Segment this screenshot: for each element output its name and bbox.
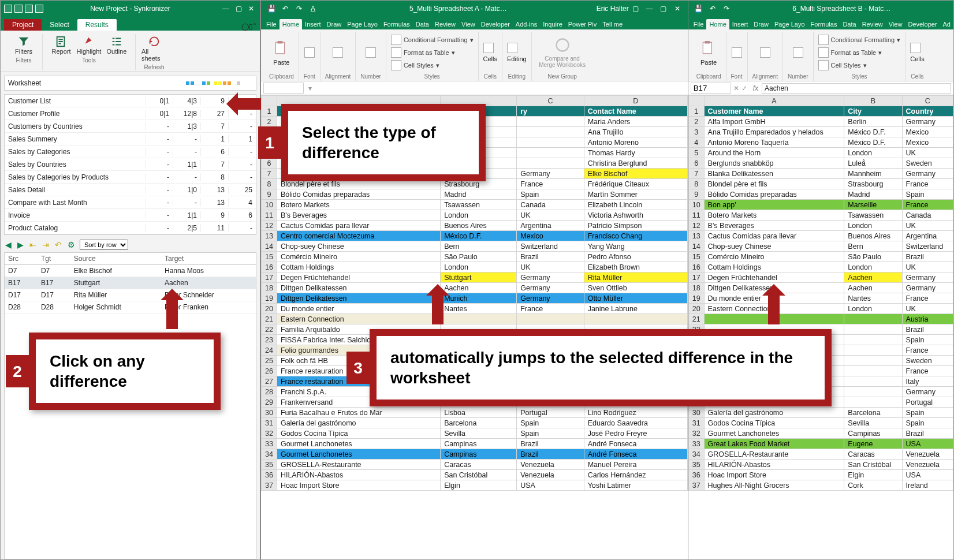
collapse-ribbon-icon[interactable]: ˄ (253, 23, 256, 31)
undo-icon[interactable]: ↶ (707, 3, 718, 14)
menu-inquire[interactable]: Inquire (540, 19, 565, 29)
namebox-a[interactable] (263, 83, 304, 94)
menu-formulas[interactable]: Formulas (381, 19, 413, 29)
transfer-left-icon[interactable]: ⇤ (28, 240, 38, 249)
worksheet-row[interactable]: Sales Summery--11 (5, 133, 256, 145)
prev-diff-icon[interactable]: ◀ (4, 240, 13, 249)
format-as-table-button[interactable]: Format as Table ▾ (818, 47, 882, 58)
menu-insert[interactable]: Insert (302, 19, 324, 29)
cells-group-icon[interactable] (910, 43, 921, 53)
worksheet-row[interactable]: Sales by Categories--6- (5, 145, 256, 158)
all-sheets-button[interactable]: All sheets (140, 34, 168, 63)
worksheet-row[interactable]: Sales by Countries-1|17- (5, 158, 256, 171)
formula-input-b[interactable]: Aachen (762, 83, 951, 94)
diff-row[interactable]: B17B17StuttgartAachen (5, 277, 256, 289)
layout-icon-3[interactable] (35, 5, 43, 13)
namebox-dropdown-icon[interactable]: ▾ (306, 84, 314, 92)
close-icon[interactable]: ✕ (672, 3, 683, 14)
transfer-right-icon[interactable]: ⇥ (41, 240, 50, 249)
panel-icon[interactable]: ▯ (249, 23, 253, 31)
fx-icon[interactable]: fx (750, 84, 762, 92)
font-group-icon[interactable] (732, 47, 742, 58)
number-group-icon[interactable] (793, 47, 803, 58)
editing-group-icon[interactable] (507, 43, 517, 53)
menu-ad[interactable]: Ad (940, 19, 953, 29)
save-icon[interactable]: 💾 (266, 3, 277, 14)
paste-button[interactable] (700, 39, 716, 57)
worksheet-row[interactable]: Sales by Categories by Products--8- (5, 171, 256, 184)
menu-data[interactable]: Data (840, 19, 859, 29)
sort-select[interactable]: Sort by row (80, 240, 128, 250)
menu-insert[interactable]: Insert (729, 19, 751, 29)
cancel-icon[interactable]: ✕ (733, 84, 739, 92)
undo-icon[interactable]: ↶ (280, 3, 290, 14)
menu-developer[interactable]: Developer (478, 19, 513, 29)
menu-add-ins[interactable]: Add-ins (513, 19, 540, 29)
worksheet-list[interactable]: Customer List0|14|39-Customer Profile0|1… (4, 94, 256, 235)
minimize-icon[interactable]: — (644, 3, 655, 14)
menu-developer[interactable]: Developer (905, 19, 940, 29)
window-restore-icon[interactable]: ▢ (631, 3, 641, 14)
menu-data[interactable]: Data (413, 19, 432, 29)
menu-file[interactable]: File (263, 19, 280, 29)
font-color-icon[interactable]: A (308, 3, 318, 14)
paste-button[interactable] (273, 39, 288, 57)
menu-view[interactable]: View (459, 19, 478, 29)
worksheet-row[interactable]: Customers by Countries-1|37- (5, 120, 256, 133)
format-as-table-button[interactable]: Format as Table ▾ (391, 47, 455, 58)
menu-power-piv[interactable]: Power Piv (565, 19, 600, 29)
cell-styles-button[interactable]: Cell Styles ▾ (818, 60, 867, 70)
cell-styles-button[interactable]: Cell Styles ▾ (391, 60, 439, 70)
tab-results[interactable]: Results (77, 19, 117, 31)
menu-tell-me[interactable]: Tell me (599, 19, 625, 29)
layout-icon-2[interactable] (25, 5, 33, 13)
number-group-icon[interactable] (366, 47, 376, 58)
font-group-icon[interactable] (304, 47, 315, 58)
menu-draw[interactable]: Draw (751, 19, 772, 29)
menu-page-layo[interactable]: Page Layo (344, 19, 381, 29)
cells-group-icon[interactable] (483, 43, 494, 53)
redo-icon[interactable]: ↷ (721, 3, 732, 14)
menu-view[interactable]: View (886, 19, 905, 29)
namebox-b[interactable] (691, 83, 731, 94)
gear-icon[interactable]: ⚙ (66, 240, 76, 249)
diff-row[interactable]: D7D7Elke BischofHanna Moos (5, 265, 256, 277)
menu-review[interactable]: Review (432, 19, 459, 29)
alignment-group-icon[interactable] (333, 47, 343, 58)
maximize-button[interactable]: ▢ (233, 5, 244, 13)
tab-select[interactable]: Select (42, 19, 77, 31)
filters-button[interactable]: Filters (10, 34, 38, 56)
undo-icon[interactable]: ↶ (54, 240, 63, 249)
conditional-formatting-button[interactable]: Conditional Formatting ▾ (391, 35, 474, 45)
excel-b-grid[interactable]: ABC1Customer NameCityCountry2Alfa Import… (688, 95, 953, 491)
worksheet-row[interactable]: Compare with Last Month--134 (5, 196, 256, 209)
diff-type-col-1[interactable] (182, 81, 198, 85)
worksheet-row[interactable]: Sales Detail-1|01325 (5, 184, 256, 196)
menu-page-layo[interactable]: Page Layo (772, 19, 808, 29)
maximize-icon[interactable]: ▢ (658, 3, 669, 14)
report-button[interactable]: Report (47, 34, 75, 56)
worksheet-row[interactable]: Product Catalog-2|511- (5, 222, 256, 234)
diff-row[interactable]: D28D28Holger SchmidtPeter Franken (5, 301, 256, 313)
minimize-button[interactable]: — (221, 5, 231, 13)
menu-formulas[interactable]: Formulas (808, 19, 840, 29)
menu-review[interactable]: Review (859, 19, 886, 29)
tab-project[interactable]: Project (4, 19, 42, 31)
enter-icon[interactable]: ✓ (739, 84, 750, 92)
worksheet-row[interactable]: Customer List0|14|39- (5, 95, 256, 107)
menu-draw[interactable]: Draw (324, 19, 345, 29)
menu-home[interactable]: Home (280, 19, 302, 29)
menu-file[interactable]: File (691, 19, 707, 29)
help-icon[interactable]: ◯ (241, 23, 249, 31)
next-diff-icon[interactable]: ▶ (16, 240, 25, 249)
close-button[interactable]: ✕ (246, 5, 256, 13)
save-icon[interactable]: 💾 (694, 3, 704, 14)
outline-button[interactable]: Outline (103, 34, 131, 56)
conditional-formatting-button[interactable]: Conditional Formatting ▾ (818, 35, 901, 45)
alignment-group-icon[interactable] (760, 47, 770, 58)
menu-home[interactable]: Home (706, 19, 729, 29)
diff-type-col-3[interactable] (214, 81, 230, 85)
diff-row[interactable]: D17D17Rita MüllerPeter Schneider (5, 289, 256, 301)
redo-icon[interactable]: ↷ (294, 3, 304, 14)
diff-type-col-2[interactable] (198, 81, 214, 85)
